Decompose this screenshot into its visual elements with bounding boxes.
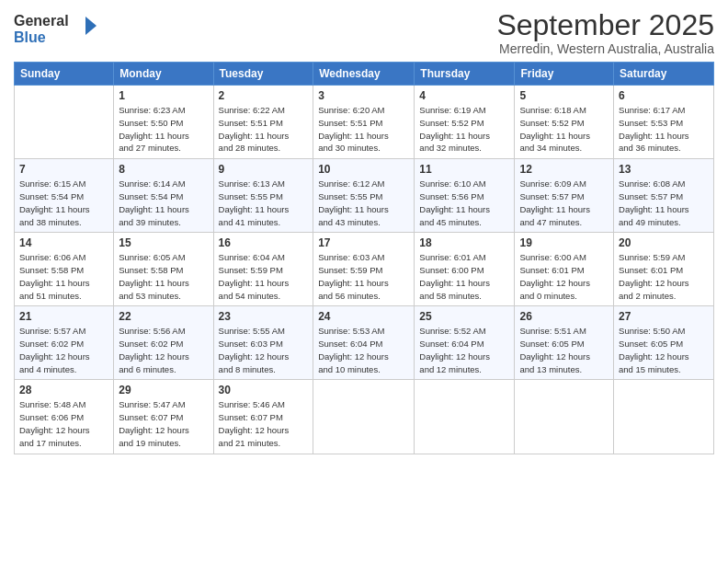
- day-number: 24: [318, 310, 409, 323]
- calendar-cell: 19Sunrise: 6:00 AM Sunset: 6:01 PM Dayli…: [515, 233, 614, 306]
- calendar-cell: [614, 380, 714, 454]
- calendar-week-3: 14Sunrise: 6:06 AM Sunset: 5:58 PM Dayli…: [15, 233, 714, 306]
- day-number: 4: [419, 89, 509, 102]
- day-number: 6: [619, 89, 709, 102]
- day-info: Sunrise: 6:08 AM Sunset: 5:57 PM Dayligh…: [619, 178, 709, 228]
- day-info: Sunrise: 5:53 AM Sunset: 6:04 PM Dayligh…: [318, 325, 409, 375]
- month-title: September 2025: [496, 9, 714, 41]
- day-number: 29: [119, 384, 208, 396]
- day-info: Sunrise: 6:10 AM Sunset: 5:56 PM Dayligh…: [419, 178, 509, 228]
- calendar-cell: 18Sunrise: 6:01 AM Sunset: 6:00 PM Dayli…: [415, 233, 515, 306]
- day-number: 21: [19, 310, 108, 323]
- day-info: Sunrise: 6:23 AM Sunset: 5:50 PM Dayligh…: [119, 104, 208, 155]
- calendar-cell: [15, 86, 114, 159]
- calendar-week-4: 21Sunrise: 5:57 AM Sunset: 6:02 PM Dayli…: [15, 306, 714, 380]
- calendar-cell: 1Sunrise: 6:23 AM Sunset: 5:50 PM Daylig…: [114, 86, 213, 159]
- location-subtitle: Merredin, Western Australia, Australia: [496, 41, 714, 56]
- day-info: Sunrise: 5:47 AM Sunset: 6:07 PM Dayligh…: [119, 398, 208, 449]
- day-number: 30: [219, 384, 309, 396]
- day-number: 25: [419, 310, 509, 323]
- day-info: Sunrise: 6:00 AM Sunset: 6:01 PM Dayligh…: [519, 251, 609, 302]
- day-info: Sunrise: 6:18 AM Sunset: 5:52 PM Dayligh…: [519, 104, 609, 155]
- col-header-tuesday: Tuesday: [213, 63, 313, 86]
- day-number: 13: [619, 163, 709, 176]
- calendar-week-1: 1Sunrise: 6:23 AM Sunset: 5:50 PM Daylig…: [15, 86, 714, 159]
- col-header-thursday: Thursday: [415, 63, 515, 86]
- calendar-cell: [415, 380, 515, 454]
- calendar-cell: 7Sunrise: 6:15 AM Sunset: 5:54 PM Daylig…: [15, 159, 114, 233]
- day-number: 11: [419, 163, 509, 176]
- day-number: 3: [318, 89, 409, 102]
- day-number: 1: [119, 89, 208, 102]
- day-number: 15: [119, 236, 208, 249]
- day-number: 28: [19, 384, 108, 396]
- day-number: 10: [318, 163, 409, 176]
- calendar-cell: 16Sunrise: 6:04 AM Sunset: 5:59 PM Dayli…: [213, 233, 313, 306]
- day-info: Sunrise: 6:03 AM Sunset: 5:59 PM Dayligh…: [318, 251, 409, 302]
- svg-text:General: General: [14, 13, 69, 29]
- calendar-cell: 6Sunrise: 6:17 AM Sunset: 5:53 PM Daylig…: [614, 86, 714, 159]
- day-number: 12: [519, 163, 609, 176]
- day-number: 16: [219, 236, 309, 249]
- day-info: Sunrise: 5:50 AM Sunset: 6:05 PM Dayligh…: [619, 325, 709, 375]
- calendar-cell: 13Sunrise: 6:08 AM Sunset: 5:57 PM Dayli…: [614, 159, 714, 233]
- calendar-cell: 28Sunrise: 5:48 AM Sunset: 6:06 PM Dayli…: [15, 380, 114, 454]
- day-info: Sunrise: 6:19 AM Sunset: 5:52 PM Dayligh…: [419, 104, 509, 155]
- day-number: 23: [219, 310, 309, 323]
- col-header-saturday: Saturday: [614, 63, 714, 86]
- calendar-cell: [313, 380, 415, 454]
- day-info: Sunrise: 5:55 AM Sunset: 6:03 PM Dayligh…: [219, 325, 309, 375]
- calendar-cell: 27Sunrise: 5:50 AM Sunset: 6:05 PM Dayli…: [614, 306, 714, 380]
- calendar-cell: 4Sunrise: 6:19 AM Sunset: 5:52 PM Daylig…: [415, 86, 515, 159]
- day-number: 9: [219, 163, 309, 176]
- day-info: Sunrise: 6:15 AM Sunset: 5:54 PM Dayligh…: [19, 178, 108, 228]
- day-info: Sunrise: 6:14 AM Sunset: 5:54 PM Dayligh…: [119, 178, 208, 228]
- day-number: 8: [119, 163, 208, 176]
- calendar-cell: 8Sunrise: 6:14 AM Sunset: 5:54 PM Daylig…: [114, 159, 213, 233]
- calendar-cell: 24Sunrise: 5:53 AM Sunset: 6:04 PM Dayli…: [313, 306, 415, 380]
- day-number: 18: [419, 236, 509, 249]
- day-info: Sunrise: 5:52 AM Sunset: 6:04 PM Dayligh…: [419, 325, 509, 375]
- day-info: Sunrise: 6:05 AM Sunset: 5:58 PM Dayligh…: [119, 251, 208, 302]
- col-header-sunday: Sunday: [15, 63, 114, 86]
- calendar-cell: 5Sunrise: 6:18 AM Sunset: 5:52 PM Daylig…: [515, 86, 614, 159]
- calendar-cell: 30Sunrise: 5:46 AM Sunset: 6:07 PM Dayli…: [213, 380, 313, 454]
- day-info: Sunrise: 5:48 AM Sunset: 6:06 PM Dayligh…: [19, 398, 108, 449]
- day-info: Sunrise: 6:20 AM Sunset: 5:51 PM Dayligh…: [318, 104, 409, 155]
- day-info: Sunrise: 6:01 AM Sunset: 6:00 PM Dayligh…: [419, 251, 509, 302]
- svg-marker-1: [85, 17, 97, 35]
- calendar-cell: 26Sunrise: 5:51 AM Sunset: 6:05 PM Dayli…: [515, 306, 614, 380]
- day-number: 26: [519, 310, 609, 323]
- col-header-monday: Monday: [114, 63, 213, 86]
- calendar-cell: 2Sunrise: 6:22 AM Sunset: 5:51 PM Daylig…: [213, 86, 313, 159]
- svg-text:Blue: Blue: [14, 29, 46, 45]
- title-area: September 2025 Merredin, Western Austral…: [496, 9, 714, 56]
- calendar-cell: 15Sunrise: 6:05 AM Sunset: 5:58 PM Dayli…: [114, 233, 213, 306]
- day-number: 27: [619, 310, 709, 323]
- calendar-cell: 22Sunrise: 5:56 AM Sunset: 6:02 PM Dayli…: [114, 306, 213, 380]
- day-info: Sunrise: 6:09 AM Sunset: 5:57 PM Dayligh…: [519, 178, 609, 228]
- day-number: 19: [519, 236, 609, 249]
- logo: General Blue: [14, 9, 97, 52]
- calendar-cell: 20Sunrise: 5:59 AM Sunset: 6:01 PM Dayli…: [614, 233, 714, 306]
- calendar-cell: 29Sunrise: 5:47 AM Sunset: 6:07 PM Dayli…: [114, 380, 213, 454]
- calendar-cell: 21Sunrise: 5:57 AM Sunset: 6:02 PM Dayli…: [15, 306, 114, 380]
- day-number: 17: [318, 236, 409, 249]
- day-info: Sunrise: 5:51 AM Sunset: 6:05 PM Dayligh…: [519, 325, 609, 375]
- calendar-cell: 12Sunrise: 6:09 AM Sunset: 5:57 PM Dayli…: [515, 159, 614, 233]
- calendar-table: SundayMondayTuesdayWednesdayThursdayFrid…: [14, 62, 714, 454]
- logo-svg: General Blue: [14, 9, 97, 48]
- calendar-cell: 23Sunrise: 5:55 AM Sunset: 6:03 PM Dayli…: [213, 306, 313, 380]
- day-info: Sunrise: 6:06 AM Sunset: 5:58 PM Dayligh…: [19, 251, 108, 302]
- day-info: Sunrise: 6:13 AM Sunset: 5:55 PM Dayligh…: [219, 178, 309, 228]
- day-number: 2: [219, 89, 309, 102]
- col-header-friday: Friday: [515, 63, 614, 86]
- day-number: 7: [19, 163, 108, 176]
- day-info: Sunrise: 6:12 AM Sunset: 5:55 PM Dayligh…: [318, 178, 409, 228]
- page: General Blue September 2025 Merredin, We…: [0, 0, 728, 563]
- day-number: 22: [119, 310, 208, 323]
- day-info: Sunrise: 5:57 AM Sunset: 6:02 PM Dayligh…: [19, 325, 108, 375]
- day-info: Sunrise: 5:56 AM Sunset: 6:02 PM Dayligh…: [119, 325, 208, 375]
- calendar-cell: 3Sunrise: 6:20 AM Sunset: 5:51 PM Daylig…: [313, 86, 415, 159]
- calendar-cell: 9Sunrise: 6:13 AM Sunset: 5:55 PM Daylig…: [213, 159, 313, 233]
